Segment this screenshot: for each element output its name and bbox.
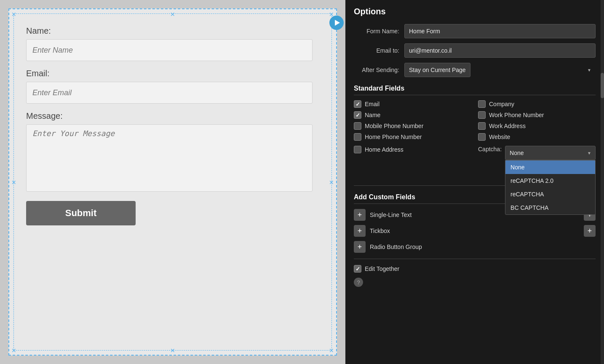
scrollbar-track — [601, 0, 604, 364]
email-to-input[interactable] — [404, 43, 596, 58]
play-button[interactable] — [329, 16, 344, 30]
mobile-phone-label: Mobile Phone Number — [365, 123, 423, 129]
field-mobile-phone-row: Mobile Phone Number — [354, 122, 471, 130]
add-radio-btn[interactable]: + — [354, 241, 366, 253]
corner-handle-tr: ✕ — [329, 11, 334, 16]
message-textarea[interactable] — [26, 124, 313, 192]
company-field-label: Company — [489, 101, 514, 107]
captcha-option-bc[interactable]: BC CAPTCHA — [505, 201, 595, 214]
custom-field-tickbox: + Tickbox + — [354, 225, 596, 237]
after-sending-label: After Sending: — [354, 67, 404, 73]
name-checkbox[interactable] — [354, 111, 361, 119]
message-field-group: Message: — [26, 111, 319, 193]
captcha-label: Captcha: — [478, 146, 502, 153]
name-label: Name: — [26, 26, 319, 36]
edit-together-row: Edit Together — [354, 265, 596, 273]
email-field-group: Email: — [26, 69, 319, 104]
after-sending-select[interactable]: Stay on Current Page — [404, 63, 470, 77]
company-checkbox[interactable] — [478, 100, 486, 108]
home-address-label: Home Address — [365, 146, 404, 153]
add-tickbox-btn[interactable]: + — [354, 225, 366, 237]
captcha-select-wrapper: None reCAPTCHA 2.0 reCAPTCHA BC CAPTCHA … — [505, 146, 596, 160]
mobile-phone-checkbox[interactable] — [354, 122, 361, 130]
work-address-label: Work Address — [489, 123, 526, 129]
add-tickbox-right-btn[interactable]: + — [584, 225, 596, 237]
work-address-checkbox[interactable] — [478, 122, 486, 130]
captcha-option-recaptcha2[interactable]: reCAPTCHA 2.0 — [505, 174, 595, 187]
name-input[interactable] — [26, 39, 313, 61]
field-name-row: Name — [354, 111, 471, 119]
submit-button[interactable]: Submit — [26, 201, 136, 225]
corner-handle-ml: ✕ — [11, 179, 16, 185]
scrollbar-thumb[interactable] — [601, 73, 604, 98]
corner-handle-br: ✕ — [329, 348, 334, 353]
corner-handle-bl: ✕ — [11, 348, 16, 353]
message-label: Message: — [26, 111, 319, 121]
captcha-dropdown-menu: None reCAPTCHA 2.0 reCAPTCHA BC CAPTCHA — [505, 160, 596, 215]
form-name-input[interactable] — [404, 24, 596, 38]
work-phone-label: Work Phone Number — [489, 112, 544, 118]
home-address-checkbox[interactable] — [354, 146, 361, 153]
tickbox-label: Tickbox — [370, 228, 580, 234]
add-single-line-btn[interactable]: + — [354, 209, 366, 221]
corner-handle-tm: ✕ — [170, 11, 175, 16]
captcha-option-recaptcha[interactable]: reCAPTCHA — [505, 187, 595, 201]
email-input[interactable] — [26, 82, 313, 104]
website-checkbox[interactable] — [478, 133, 486, 141]
corner-handle-tl: ✕ — [11, 11, 16, 16]
captcha-select[interactable]: None reCAPTCHA 2.0 reCAPTCHA BC CAPTCHA — [505, 146, 596, 160]
after-sending-row: After Sending: Stay on Current Page — [354, 63, 596, 77]
options-panel: Options Form Name: Email to: After Sendi… — [345, 0, 604, 364]
email-to-label: Email to: — [354, 47, 404, 54]
home-phone-label: Home Phone Number — [365, 134, 422, 140]
field-work-phone-row: Work Phone Number — [478, 111, 596, 119]
field-work-address-row: Work Address — [478, 122, 596, 130]
home-phone-checkbox[interactable] — [354, 133, 361, 141]
edit-together-label: Edit Together — [365, 265, 399, 272]
email-label: Email: — [26, 69, 319, 78]
radio-label: Radio Button Group — [370, 244, 596, 250]
field-website-row: Website — [478, 133, 596, 141]
corner-handle-bm: ✕ — [170, 348, 175, 353]
standard-fields-title: Standard Fields — [354, 85, 596, 95]
website-label: Website — [489, 134, 510, 140]
field-home-address-row: Home Address — [354, 146, 471, 153]
email-checkbox[interactable] — [354, 100, 361, 108]
field-email-row: Email — [354, 100, 471, 108]
corner-handle-mr: ✕ — [329, 179, 334, 185]
form-name-row: Form Name: — [354, 24, 596, 38]
help-icon[interactable]: ? — [354, 278, 363, 287]
custom-field-radio: + Radio Button Group — [354, 241, 596, 253]
form-name-label: Form Name: — [354, 28, 404, 35]
email-to-row: Email to: — [354, 43, 596, 58]
after-sending-wrapper: Stay on Current Page — [404, 63, 596, 77]
panel-title: Options — [354, 7, 596, 16]
form-editor: ✕ ✕ ✕ ✕ ✕ ✕ ✕ ✕ Name: Email: Message: Su… — [8, 8, 337, 356]
form-content: Name: Email: Message: Submit — [22, 18, 323, 234]
edit-together-checkbox[interactable] — [354, 265, 361, 273]
field-company-row: Company — [478, 100, 596, 108]
captcha-option-none[interactable]: None — [505, 161, 595, 174]
name-field-label: Name — [365, 112, 380, 118]
standard-fields-grid: Email Company Name Work Phone Number Mob… — [354, 100, 596, 141]
email-field-label: Email — [365, 101, 380, 107]
field-home-phone-row: Home Phone Number — [354, 133, 471, 141]
work-phone-checkbox[interactable] — [478, 111, 486, 119]
divider-2 — [354, 259, 596, 259]
name-field-group: Name: — [26, 26, 319, 61]
